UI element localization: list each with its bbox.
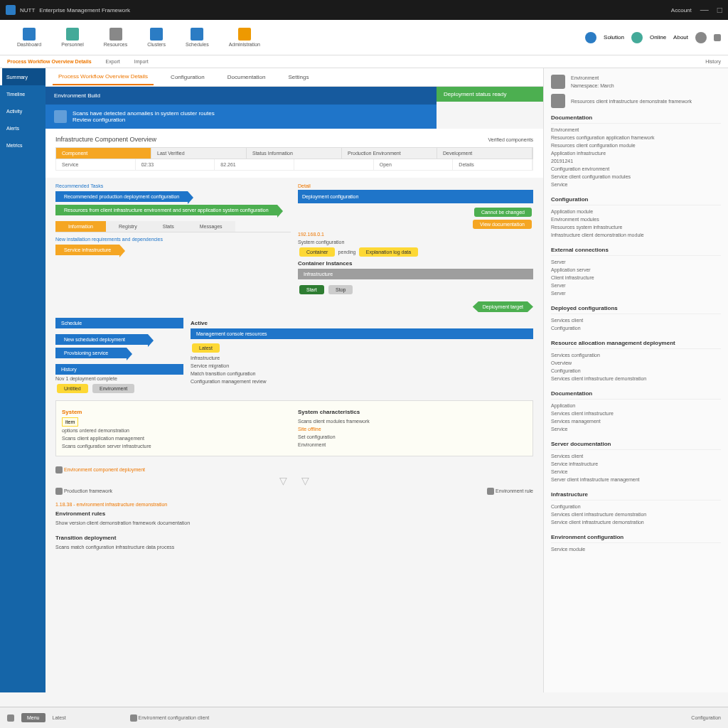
rp-line[interactable]: Services client infrastructure demonstra… (551, 375, 721, 382)
rp-line[interactable]: Configuration (551, 503, 721, 510)
breadcrumb-active[interactable]: Process Workflow Overview Details (7, 59, 92, 64)
rp-line[interactable]: Services client infrastructure demonstra… (551, 510, 721, 518)
sub-title[interactable]: New installation requirements and depend… (55, 235, 291, 243)
rp-line[interactable]: Resources system infrastructure (551, 223, 721, 231)
subtab-messages[interactable]: Messages (187, 221, 235, 232)
hex-deployment[interactable]: Deployment target (473, 301, 533, 312)
rp-line[interactable]: Services client (551, 316, 721, 324)
rp-section-head[interactable]: Documentation (551, 112, 721, 124)
hdr-online[interactable]: Online (650, 34, 666, 41)
footer-config[interactable]: Configuration (691, 715, 721, 720)
rp-line[interactable]: Service infrastructure (551, 460, 721, 468)
th-verified[interactable]: Last Verified (151, 148, 247, 159)
rp-line[interactable]: Service module (551, 545, 721, 553)
rp-line[interactable]: Configuration (551, 367, 721, 375)
rp-section-head[interactable]: External connections (551, 245, 721, 256)
sidebar-item-alerts[interactable]: Alerts (0, 119, 46, 136)
recommended-link[interactable]: Recommended Tasks (55, 182, 291, 190)
tool-administration[interactable]: Administration (219, 25, 270, 50)
avatar-icon[interactable] (695, 32, 707, 43)
start-button[interactable]: Start (299, 285, 324, 294)
rp-line[interactable]: Application infrastructure (551, 149, 721, 157)
rp-section-head[interactable]: Environment configuration (551, 532, 721, 543)
rp-line[interactable]: Application module (551, 208, 721, 215)
subtab-registry[interactable]: Registry (106, 221, 150, 232)
minimize-button[interactable]: — (700, 5, 709, 15)
rp-line[interactable]: Services client infrastructure (551, 410, 721, 417)
pill-log[interactable]: Explanation log data (359, 247, 418, 257)
bar-prov[interactable]: Provisioning service (55, 348, 127, 358)
rp-line[interactable]: Configuration environment (551, 165, 721, 173)
history-head[interactable]: History (55, 364, 183, 375)
settings-icon[interactable] (714, 34, 721, 41)
tool-clusters[interactable]: Clusters (137, 25, 176, 50)
pill-docs[interactable]: View documentation (473, 220, 532, 229)
rp-line[interactable]: Resources client configuration module (551, 141, 721, 149)
tool-schedules[interactable]: Schedules (176, 25, 219, 50)
pill-env[interactable]: Environment (92, 384, 134, 393)
tool-resources[interactable]: Resources (94, 25, 137, 50)
hdr-solution[interactable]: Solution (604, 34, 624, 41)
rp-line[interactable]: Services configuration (551, 351, 721, 359)
tool-personnel[interactable]: Personnel (51, 25, 94, 50)
rp-line[interactable]: Service (551, 181, 721, 188)
sidebar-item-metrics[interactable]: Metrics (0, 136, 46, 154)
maximize-button[interactable]: □ (717, 5, 722, 15)
rp-line[interactable]: Application server (551, 266, 721, 274)
rp-line[interactable]: Server (551, 258, 721, 266)
stop-button[interactable]: Stop (328, 285, 353, 294)
sub-import[interactable]: Import (134, 59, 149, 64)
recommendation-blue[interactable]: Recommended production deployment config… (55, 191, 188, 202)
rp-line[interactable]: Configuration (551, 324, 721, 332)
rp-section-head[interactable]: Configuration (551, 194, 721, 205)
rp-section-head[interactable]: Server documentation (551, 439, 721, 450)
left-head[interactable]: Schedule (55, 318, 183, 328)
sidebar-item-timeline[interactable]: Timeline (0, 85, 46, 102)
recommendation-green[interactable]: Resources from client infrastructure env… (55, 205, 277, 215)
footer-icon[interactable] (7, 714, 14, 722)
rp-line[interactable]: Service client infrastructure demonstrat… (551, 518, 721, 526)
pill-latest[interactable]: Latest (192, 343, 220, 353)
rp-section-head[interactable]: Deployed configurations (551, 303, 721, 314)
footer-latest[interactable]: Latest (53, 715, 66, 720)
rp-line[interactable]: Overview (551, 359, 721, 367)
th-dev[interactable]: Development (437, 148, 532, 159)
globe-icon[interactable] (585, 32, 596, 43)
rp-line[interactable]: Environment (551, 126, 721, 134)
th-status[interactable]: Status Information (247, 148, 342, 159)
mid-sub[interactable]: Management console resources (191, 328, 533, 339)
tab-configuration[interactable]: Configuration (165, 70, 210, 85)
th-prod[interactable]: Production Environment (342, 148, 437, 159)
orange-arrow[interactable]: Service infrastructure (55, 245, 119, 255)
rp-line[interactable]: Server client infrastructure management (551, 476, 721, 483)
rp-line[interactable]: Environment modules (551, 215, 721, 223)
pill-container[interactable]: Container (299, 247, 335, 257)
rp-line[interactable]: Service (551, 425, 721, 433)
th-component[interactable]: Component (56, 148, 151, 159)
sidebar-item-summary[interactable]: Summary (0, 68, 46, 85)
sub-export[interactable]: Export (106, 59, 120, 64)
card-deployment[interactable]: Deployment configuration (298, 190, 533, 203)
hdr-about[interactable]: About (673, 34, 688, 41)
account-link[interactable]: Account (671, 7, 692, 14)
rp-line[interactable]: Server (551, 282, 721, 289)
rp-line[interactable]: Infrastructure client demonstration modu… (551, 231, 721, 239)
status-icon[interactable] (631, 32, 643, 43)
footer-env[interactable]: Environment configuration client (139, 714, 210, 719)
tool-dashboard[interactable]: Dashboard (7, 25, 51, 50)
rp-section-head[interactable]: Documentation (551, 388, 721, 400)
rp-line[interactable]: Server (551, 289, 721, 297)
rp-line[interactable]: Services client (551, 452, 721, 460)
subtab-info[interactable]: Information (55, 221, 106, 232)
sidebar-item-activity[interactable]: Activity (0, 102, 46, 119)
sub-history[interactable]: History (705, 59, 721, 64)
rp-line[interactable]: Client infrastructure (551, 274, 721, 282)
table-row[interactable]: Service 02:33 82.261 Open Details (55, 159, 533, 171)
rp-section-head[interactable]: Resource allocation management deploymen… (551, 338, 721, 349)
rp-line[interactable]: Resources configuration application fram… (551, 134, 721, 141)
rp-section-head[interactable]: Infrastructure (551, 489, 721, 500)
rp-line[interactable]: 20191241 (551, 157, 721, 165)
subtab-stats[interactable]: Stats (150, 221, 187, 232)
rp-line[interactable]: Service client configuration modules (551, 173, 721, 181)
tab-overview[interactable]: Process Workflow Overview Details (53, 69, 154, 85)
